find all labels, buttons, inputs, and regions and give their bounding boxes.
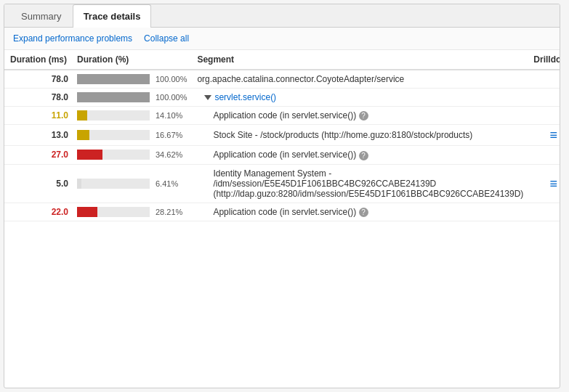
bar-container: 100.00% [77, 92, 187, 102]
segment-link[interactable]: servlet.service() [214, 92, 276, 102]
tab-bar: Summary Trace details [4, 4, 560, 28]
pct-label: 100.00% [156, 75, 187, 83]
table-row: 11.014.10%Application code (in servlet.s… [4, 107, 560, 125]
pct-label: 34.62% [156, 150, 182, 159]
header-duration-ms: Duration (ms) [4, 50, 71, 70]
table-body: 78.0100.00%org.apache.catalina.connector… [4, 70, 560, 221]
duration-ms-value: 11.0 [52, 110, 68, 121]
cell-segment: servlet.service() [191, 89, 528, 107]
cell-drilldown [528, 89, 560, 107]
table-row: 78.0100.00%org.apache.catalina.connector… [4, 70, 560, 89]
pct-label: 100.00% [156, 93, 187, 102]
bar-container: 6.41% [77, 179, 187, 189]
table-row: 13.016.67%Stock Site - /stock/products (… [4, 125, 560, 146]
bar-fill [77, 74, 150, 84]
bar-fill [77, 110, 87, 121]
tab-summary[interactable]: Summary [10, 4, 73, 28]
cell-duration-pct: 100.00% [71, 70, 191, 89]
trace-table: Duration (ms) Duration (%) Segment Drill… [4, 50, 560, 221]
bar-fill [77, 207, 97, 217]
cell-duration-ms: 13.0 [4, 125, 71, 146]
duration-ms-value: 13.0 [52, 130, 68, 140]
drilldown-icon[interactable]: ≡ [549, 128, 557, 142]
header-duration-pct: Duration (%) [71, 50, 191, 70]
tab-trace-details[interactable]: Trace details [73, 4, 152, 28]
duration-ms-value: 78.0 [52, 74, 68, 84]
main-container: Summary Trace details Expand performance… [4, 4, 560, 388]
duration-ms-value: 5.0 [56, 179, 68, 189]
table-row: 22.028.21%Application code (in servlet.s… [4, 203, 560, 221]
cell-duration-ms: 27.0 [4, 146, 71, 164]
bar-wrapper [77, 74, 150, 84]
bar-fill [77, 130, 89, 140]
pct-label: 28.21% [156, 208, 182, 216]
cell-duration-pct: 6.41% [71, 164, 191, 203]
cell-duration-ms: 11.0 [4, 107, 71, 125]
cell-segment: Identity Management System - /idm/sessio… [191, 164, 528, 203]
bar-wrapper [77, 179, 150, 189]
table-row: 5.06.41%Identity Management System - /id… [4, 164, 560, 203]
table-row: 27.034.62%Application code (in servlet.s… [4, 146, 560, 164]
pct-label: 6.41% [156, 179, 178, 188]
help-icon[interactable]: ? [359, 208, 368, 217]
cell-duration-ms: 78.0 [4, 70, 71, 89]
bar-wrapper [77, 110, 150, 121]
cell-segment: Stock Site - /stock/products (http://hom… [191, 125, 528, 146]
help-icon[interactable]: ? [359, 151, 368, 160]
bar-container: 28.21% [77, 207, 187, 217]
bar-wrapper [77, 207, 150, 217]
duration-ms-value: 22.0 [52, 207, 68, 217]
cell-duration-ms: 5.0 [4, 164, 71, 203]
drilldown-icon[interactable]: ≡ [549, 177, 557, 190]
bar-wrapper [77, 92, 150, 102]
bar-container: 14.10% [77, 110, 187, 121]
cell-drilldown: ≡ [528, 125, 560, 146]
cell-duration-pct: 28.21% [71, 203, 191, 221]
bar-fill [77, 179, 81, 189]
duration-ms-value: 27.0 [52, 150, 68, 160]
collapse-all-link[interactable]: Collapse all [144, 33, 189, 44]
cell-duration-ms: 78.0 [4, 89, 71, 107]
pct-label: 16.67% [156, 131, 182, 139]
cell-drilldown: ≡ [528, 164, 560, 203]
help-icon[interactable]: ? [359, 111, 368, 121]
cell-duration-pct: 100.00% [71, 89, 191, 107]
triangle-icon[interactable] [204, 95, 211, 100]
cell-drilldown [528, 70, 560, 89]
bar-container: 16.67% [77, 130, 187, 140]
cell-segment: org.apache.catalina.connector.CoyoteAdap… [191, 70, 528, 89]
cell-segment: Application code (in servlet.service()) … [191, 203, 528, 221]
bar-container: 34.62% [77, 150, 187, 160]
bar-wrapper [77, 150, 150, 160]
cell-duration-pct: 16.67% [71, 125, 191, 146]
cell-duration-pct: 14.10% [71, 107, 191, 125]
header-segment: Segment [191, 50, 528, 70]
trace-table-wrapper: Duration (ms) Duration (%) Segment Drill… [4, 50, 560, 388]
duration-ms-value: 78.0 [52, 92, 68, 102]
cell-duration-ms: 22.0 [4, 203, 71, 221]
bar-container: 100.00% [77, 74, 187, 84]
bar-wrapper [77, 130, 150, 140]
cell-segment: Application code (in servlet.service()) … [191, 107, 528, 125]
table-row: 78.0100.00%servlet.service()0.000 s [4, 89, 560, 107]
cell-drilldown [528, 146, 560, 164]
cell-drilldown [528, 203, 560, 221]
bar-fill [77, 92, 150, 102]
pct-label: 14.10% [156, 111, 182, 120]
bar-fill [77, 150, 102, 160]
cell-segment: Application code (in servlet.service()) … [191, 146, 528, 164]
table-header-row: Duration (ms) Duration (%) Segment Drill… [4, 50, 560, 70]
cell-drilldown [528, 107, 560, 125]
toolbar: Expand performance problems Collapse all [4, 28, 560, 50]
cell-duration-pct: 34.62% [71, 146, 191, 164]
header-drilldown: Drilldown [528, 50, 560, 70]
expand-performance-problems-link[interactable]: Expand performance problems [13, 33, 132, 44]
